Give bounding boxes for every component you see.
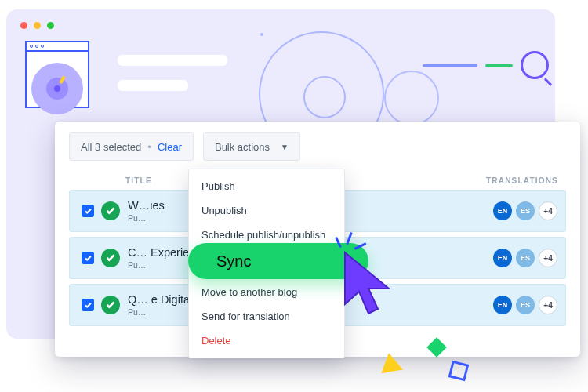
sync-label: Sync xyxy=(216,252,251,270)
clear-selection-link[interactable]: Clear xyxy=(158,141,182,153)
square-decoration xyxy=(448,361,470,382)
bulk-actions-label: Bulk actions xyxy=(215,141,270,153)
status-published-icon xyxy=(101,296,120,314)
menu-item-delete[interactable]: Delete xyxy=(189,328,344,353)
triangle-decoration xyxy=(378,351,403,373)
header-translations: TRANSLATIONS xyxy=(461,176,563,185)
translation-pills: EN ES +4 xyxy=(493,249,561,267)
row-checkbox[interactable] xyxy=(82,252,94,264)
bulk-actions-button[interactable]: Bulk actions ▼ xyxy=(203,132,300,161)
row-checkbox[interactable] xyxy=(82,205,94,217)
menu-item-publish[interactable]: Publish xyxy=(189,174,344,198)
window-traffic-lights xyxy=(20,22,54,29)
cursor-icon xyxy=(342,249,398,320)
skeleton-line xyxy=(118,55,227,66)
lang-pill-en[interactable]: EN xyxy=(493,201,512,220)
status-published-icon xyxy=(101,249,120,267)
lang-pill-es[interactable]: ES xyxy=(516,296,535,314)
menu-item-move[interactable]: Move to another blog xyxy=(189,280,344,304)
separator-dot: • xyxy=(147,141,151,153)
lang-pill-es[interactable]: ES xyxy=(516,249,535,267)
row-checkbox[interactable] xyxy=(82,299,94,311)
gear-icon xyxy=(31,63,83,114)
translation-pills: EN ES +4 xyxy=(493,296,561,314)
search-icon xyxy=(521,51,549,79)
lang-pill-en[interactable]: EN xyxy=(493,249,512,267)
menu-item-unpublish[interactable]: Unpublish xyxy=(189,198,344,223)
lang-pill-es[interactable]: ES xyxy=(516,201,535,220)
lang-pill-more[interactable]: +4 xyxy=(539,296,557,314)
menu-item-send[interactable]: Send for translation xyxy=(189,304,344,328)
search-decoration xyxy=(423,51,549,79)
caret-down-icon: ▼ xyxy=(281,143,289,151)
selection-pill: All 3 selected • Clear xyxy=(69,132,194,161)
lang-pill-more[interactable]: +4 xyxy=(539,201,557,220)
lang-pill-more[interactable]: +4 xyxy=(539,249,557,267)
lang-pill-en[interactable]: EN xyxy=(493,296,512,314)
selection-count: All 3 selected xyxy=(81,141,141,153)
toolbar: All 3 selected • Clear Bulk actions ▼ xyxy=(69,132,566,161)
status-published-icon xyxy=(101,201,120,220)
svg-point-1 xyxy=(54,85,60,92)
translation-pills: EN ES +4 xyxy=(493,201,561,220)
skeleton-line xyxy=(118,80,188,91)
